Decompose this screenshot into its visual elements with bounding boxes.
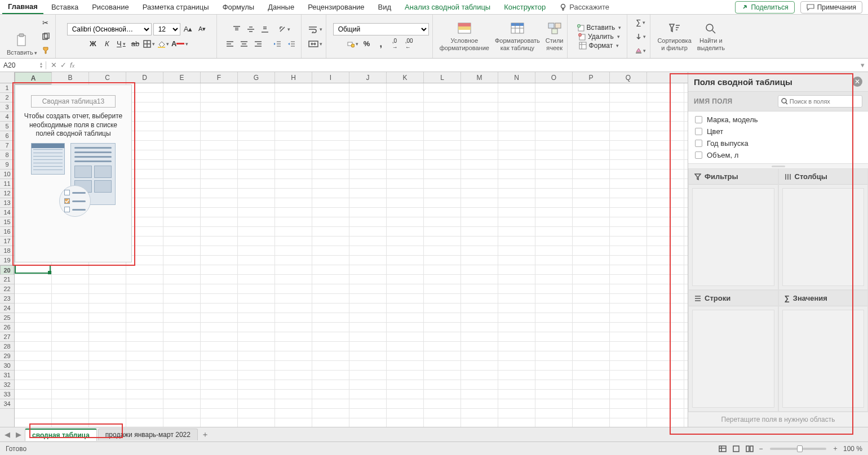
- sheet-tab-active[interactable]: сводная таблица: [25, 429, 97, 441]
- zone-columns[interactable]: Столбцы: [778, 168, 869, 290]
- insert-cells-button[interactable]: Вставить▾: [574, 23, 624, 32]
- row-header[interactable]: 9: [0, 160, 14, 169]
- row-header[interactable]: 1: [0, 83, 14, 93]
- zone-values[interactable]: ∑Значения: [778, 290, 869, 412]
- row-header[interactable]: 19: [0, 256, 14, 265]
- tab-design[interactable]: Конструктор: [498, 1, 551, 14]
- format-cells-button[interactable]: Формат▾: [577, 41, 622, 50]
- column-header[interactable]: B: [52, 72, 89, 83]
- conditional-formatting-button[interactable]: Условное форматирование: [440, 21, 489, 51]
- row-header[interactable]: 32: [0, 380, 14, 390]
- row-header[interactable]: 15: [0, 217, 14, 227]
- row-header[interactable]: 34: [0, 399, 14, 409]
- row-header[interactable]: 22: [0, 284, 14, 294]
- merge-cells-button[interactable]: ▾: [308, 38, 322, 50]
- enter-formula-button[interactable]: ✓: [60, 61, 67, 69]
- wrap-text-button[interactable]: ▾: [308, 23, 322, 35]
- cut-button[interactable]: ✂: [39, 17, 52, 29]
- column-header[interactable]: Q: [610, 72, 647, 83]
- copy-button[interactable]: [39, 30, 52, 43]
- align-top-button[interactable]: [231, 23, 243, 35]
- find-select-button[interactable]: Найти и выделить: [697, 21, 725, 51]
- strikethrough-button[interactable]: ab: [129, 38, 141, 50]
- zoom-level[interactable]: 100 %: [843, 445, 862, 453]
- column-header[interactable]: D: [126, 72, 163, 83]
- row-header[interactable]: 27: [0, 332, 14, 342]
- row-header[interactable]: 4: [0, 112, 14, 122]
- orientation-button[interactable]: ▾: [278, 23, 290, 35]
- name-box[interactable]: A20 ▴▾: [0, 61, 46, 69]
- format-as-table-button[interactable]: Форматировать как таблицу: [495, 21, 540, 51]
- zoom-in-button[interactable]: ＋: [831, 444, 840, 453]
- worksheet-area[interactable]: ABCDEFGHIJKLMNOPQ 1234567891011121314151…: [0, 72, 688, 427]
- view-normal-button[interactable]: [717, 444, 728, 453]
- row-header[interactable]: 28: [0, 342, 14, 351]
- column-header[interactable]: A: [15, 72, 52, 84]
- percent-button[interactable]: %: [361, 38, 373, 50]
- row-header[interactable]: 26: [0, 323, 14, 332]
- fill-button[interactable]: ▾: [634, 30, 646, 43]
- bold-button[interactable]: Ж: [87, 38, 99, 50]
- italic-button[interactable]: К: [101, 38, 113, 50]
- column-header[interactable]: E: [163, 72, 201, 83]
- cancel-formula-button[interactable]: ✕: [51, 61, 57, 69]
- formula-input[interactable]: [79, 61, 857, 69]
- add-sheet-button[interactable]: ＋: [199, 430, 211, 440]
- column-header[interactable]: I: [312, 72, 349, 83]
- row-header[interactable]: 18: [0, 246, 14, 256]
- align-left-button[interactable]: [224, 38, 236, 50]
- tell-me[interactable]: Расскажите: [553, 1, 615, 14]
- column-header[interactable]: G: [238, 72, 275, 83]
- share-button[interactable]: Поделиться: [735, 1, 794, 14]
- sheet-nav-prev[interactable]: ◀: [2, 430, 12, 439]
- zoom-slider[interactable]: [770, 448, 826, 450]
- field-item[interactable]: Объем, л: [688, 149, 868, 161]
- row-header[interactable]: 11: [0, 179, 14, 189]
- paste-icon[interactable]: [15, 33, 29, 48]
- sheet-tab[interactable]: продажи январь-март 2022: [98, 429, 198, 440]
- column-header[interactable]: K: [387, 72, 424, 83]
- view-page-break-button[interactable]: [744, 444, 755, 453]
- column-header[interactable]: H: [275, 72, 312, 83]
- zoom-out-button[interactable]: −: [756, 445, 765, 453]
- row-header[interactable]: 23: [0, 294, 14, 304]
- row-header[interactable]: 24: [0, 304, 14, 313]
- tab-page-layout[interactable]: Разметка страницы: [137, 1, 215, 14]
- clear-button[interactable]: ▾: [634, 44, 646, 57]
- font-family-select[interactable]: Calibri (Основной…: [67, 23, 152, 35]
- underline-button[interactable]: Ч▾: [115, 38, 127, 50]
- comments-button[interactable]: Примечания: [800, 1, 862, 14]
- increase-decimal-button[interactable]: ,0→: [389, 38, 401, 50]
- column-header[interactable]: L: [424, 72, 461, 83]
- row-header[interactable]: 30: [0, 361, 14, 371]
- fill-color-button[interactable]: ▾: [157, 38, 170, 50]
- row-header[interactable]: 20: [0, 265, 14, 275]
- row-header[interactable]: 10: [0, 169, 14, 179]
- column-header[interactable]: N: [498, 72, 535, 83]
- column-header[interactable]: C: [89, 72, 126, 83]
- row-header[interactable]: 16: [0, 227, 14, 237]
- tab-insert[interactable]: Вставка: [46, 1, 84, 14]
- field-item[interactable]: Цвет: [688, 126, 868, 137]
- row-header[interactable]: 31: [0, 371, 14, 380]
- align-right-button[interactable]: [252, 38, 264, 50]
- number-format-select[interactable]: Общий: [333, 23, 429, 35]
- row-header[interactable]: 2: [0, 93, 14, 102]
- select-all-corner[interactable]: [0, 72, 15, 83]
- tab-view[interactable]: Вид: [373, 1, 397, 14]
- row-header[interactable]: 5: [0, 122, 14, 131]
- tab-data[interactable]: Данные: [262, 1, 300, 14]
- column-header[interactable]: P: [573, 72, 610, 83]
- row-header[interactable]: 29: [0, 351, 14, 361]
- increase-indent-button[interactable]: [285, 38, 298, 50]
- row-header[interactable]: 3: [0, 102, 14, 112]
- decrease-indent-button[interactable]: [271, 38, 284, 50]
- row-header[interactable]: 17: [0, 237, 14, 246]
- decrease-font-button[interactable]: A▾: [196, 23, 209, 35]
- tab-pivot-analyze[interactable]: Анализ сводной таблицы: [399, 1, 496, 14]
- borders-button[interactable]: ▾: [143, 38, 156, 50]
- row-header[interactable]: 21: [0, 275, 14, 284]
- active-cell[interactable]: [15, 265, 51, 274]
- column-header[interactable]: F: [201, 72, 238, 83]
- decrease-decimal-button[interactable]: ,00←: [403, 38, 415, 50]
